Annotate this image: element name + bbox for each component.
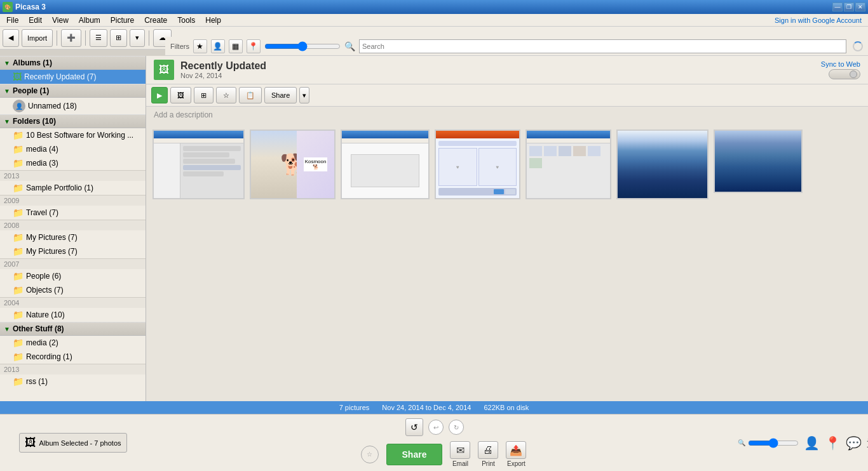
folder-icon: 📁 bbox=[13, 183, 24, 193]
menu-album[interactable]: Album bbox=[74, 15, 105, 26]
albums-section-header[interactable]: ▼ Albums (1) bbox=[0, 56, 146, 70]
undo-button[interactable]: ↩ bbox=[428, 420, 444, 435]
loading-spinner bbox=[853, 41, 863, 51]
sidebar-item-unnamed[interactable]: 👤 Unnamed (18) bbox=[0, 98, 146, 114]
photo-tray-button[interactable]: 🖼 bbox=[170, 87, 191, 103]
location-icon[interactable]: 📍 bbox=[825, 433, 841, 453]
sidebar-item-mypictures1[interactable]: 📁 My Pictures (7) bbox=[0, 230, 146, 244]
sidebar-item-travel[interactable]: 📁 Travel (7) bbox=[0, 206, 146, 220]
people-section-header[interactable]: ▼ People (1) bbox=[0, 84, 146, 98]
sidebar-item-rss[interactable]: 📁 rss (1) bbox=[0, 375, 146, 388]
zoom-out-icon: 🔍 bbox=[738, 439, 745, 446]
other-stuff-section-header[interactable]: ▼ Other Stuff (8) bbox=[0, 322, 146, 336]
caption-icon[interactable]: 💬 bbox=[846, 433, 862, 453]
export-action-button[interactable]: 📤 Export bbox=[506, 441, 526, 467]
folder-icon: 📁 bbox=[13, 208, 24, 218]
sidebar-folder-label: My Pictures (7) bbox=[26, 233, 78, 242]
menu-tools[interactable]: Tools bbox=[172, 15, 200, 26]
sign-in-link[interactable]: Sign in with Google Account bbox=[775, 17, 867, 24]
grid-action-button[interactable]: ⊞ bbox=[194, 87, 214, 103]
folders-section-header[interactable]: ▼ Folders (10) bbox=[0, 114, 146, 128]
album-description[interactable]: Add a description bbox=[146, 107, 868, 123]
photo-thumb-3[interactable] bbox=[341, 129, 430, 199]
import-button[interactable]: Import bbox=[22, 29, 53, 47]
album-selected-badge[interactable]: 🖼 Album Selected - 7 photos bbox=[19, 433, 126, 453]
search-input[interactable] bbox=[359, 39, 846, 53]
email-icon: ✉ bbox=[450, 441, 470, 459]
sidebar-folder-label: Nature (10) bbox=[26, 310, 65, 319]
play-slideshow-button[interactable]: ▶ bbox=[151, 87, 168, 103]
sidebar-item-media2[interactable]: 📁 media (2) bbox=[0, 336, 146, 350]
person-filter[interactable]: 👤 bbox=[211, 39, 225, 53]
sidebar-item-mypictures2[interactable]: 📁 My Pictures (7) bbox=[0, 244, 146, 258]
photo-thumb-6[interactable] bbox=[616, 129, 709, 199]
sidebar-item-objects[interactable]: 📁 Objects (7) bbox=[0, 283, 146, 297]
restore-button[interactable]: ❐ bbox=[844, 3, 854, 11]
email-action-button[interactable]: ✉ Email bbox=[450, 441, 470, 467]
albums-header-label: Albums (1) bbox=[13, 58, 52, 67]
sidebar-item-recently-updated[interactable]: 🖼 Recently Updated (7) bbox=[0, 70, 146, 84]
menu-picture[interactable]: Picture bbox=[105, 15, 139, 26]
face-tag-icon[interactable]: 👤 bbox=[804, 433, 820, 453]
add-photo-button[interactable]: ➕ bbox=[61, 29, 81, 47]
bottom-toolbar: 🖼 Album Selected - 7 photos ↺ ↩ ↻ ☆ Shar… bbox=[0, 414, 868, 471]
other-stuff-arrow: ▼ bbox=[4, 326, 10, 333]
other-stuff-header-label: Other Stuff (8) bbox=[13, 324, 64, 333]
main-layout: ▼ Albums (1) 🖼 Recently Updated (7) ▼ Pe… bbox=[0, 56, 868, 414]
menu-help[interactable]: Help bbox=[200, 15, 226, 26]
star-rate-button[interactable]: ☆ bbox=[361, 446, 379, 463]
sidebar-folder-label: media (2) bbox=[26, 338, 58, 347]
pin-filter[interactable]: 📍 bbox=[247, 39, 261, 53]
album-icon: 🖼 bbox=[13, 72, 22, 82]
people-header-label: People (1) bbox=[13, 86, 49, 95]
view-dropdown-button[interactable]: ▾ bbox=[130, 29, 145, 47]
share-button-large[interactable]: Share bbox=[386, 444, 443, 465]
sidebar-item-media4[interactable]: 📁 media (4) bbox=[0, 142, 146, 156]
folder-icon: 📁 bbox=[13, 338, 24, 348]
photo-thumb-5[interactable] bbox=[526, 129, 611, 199]
menu-file[interactable]: File bbox=[1, 15, 24, 26]
sidebar-item-nature[interactable]: 📁 Nature (10) bbox=[0, 308, 146, 322]
star-button[interactable]: ☆ bbox=[216, 87, 236, 103]
toolbar-separator-2 bbox=[85, 30, 86, 46]
share-dropdown-button[interactable]: ▾ bbox=[299, 87, 309, 103]
print-action-button[interactable]: 🖨 Print bbox=[478, 441, 498, 467]
print-icon: 🖨 bbox=[478, 441, 498, 459]
sidebar-item-10best[interactable]: 📁 10 Best Software for Working ... bbox=[0, 128, 146, 142]
sidebar-item-recording[interactable]: 📁 Recording (1) bbox=[0, 350, 146, 364]
sidebar-album-label: Recently Updated (7) bbox=[24, 72, 96, 81]
sidebar-item-people[interactable]: 📁 People (6) bbox=[0, 269, 146, 283]
folders-header-label: Folders (10) bbox=[13, 117, 56, 126]
zoom-slider[interactable] bbox=[748, 438, 799, 448]
sync-toggle-button[interactable] bbox=[829, 69, 860, 79]
star-filter[interactable]: ★ bbox=[193, 39, 207, 53]
print-button[interactable]: 📋 bbox=[239, 87, 262, 103]
zoom-slider-container: 🔍 bbox=[738, 438, 799, 448]
photo-thumb-7[interactable] bbox=[714, 129, 803, 193]
export-label: Export bbox=[507, 460, 526, 467]
redo-button[interactable]: ↻ bbox=[449, 420, 464, 435]
close-button[interactable]: ✕ bbox=[855, 3, 865, 11]
menu-view[interactable]: View bbox=[47, 15, 74, 26]
list-view-button[interactable]: ☰ bbox=[90, 29, 107, 47]
minimize-button[interactable]: — bbox=[832, 3, 843, 11]
sidebar-folder-label: Recording (1) bbox=[26, 352, 72, 361]
sidebar-person-label: Unnamed (18) bbox=[28, 102, 77, 110]
menu-edit[interactable]: Edit bbox=[24, 15, 47, 26]
sidebar-folder-label: 10 Best Software for Working ... bbox=[26, 131, 133, 140]
photo-thumb-1[interactable] bbox=[153, 129, 245, 199]
share-action-button[interactable]: Share bbox=[264, 87, 297, 103]
grid-view-button[interactable]: ⊞ bbox=[110, 29, 127, 47]
rotate-ccw-button[interactable]: ↺ bbox=[405, 418, 423, 436]
sidebar-item-media3[interactable]: 📁 media (3) bbox=[0, 156, 146, 170]
sidebar-item-sample-portfolio[interactable]: 📁 Sample Portfolio (1) bbox=[0, 181, 146, 195]
menu-create[interactable]: Create bbox=[139, 15, 172, 26]
back-button[interactable]: ◀ bbox=[3, 29, 19, 47]
sync-to-web-label[interactable]: Sync to Web bbox=[821, 60, 860, 68]
photo-thumb-4[interactable]: ♥ ♥ bbox=[435, 129, 520, 199]
folder-icon: 📁 bbox=[13, 376, 24, 387]
folder-icon: 📁 bbox=[13, 352, 24, 362]
grid-filter[interactable]: ▦ bbox=[229, 39, 243, 53]
photo-thumb-2[interactable]: 🐕 Kosmoon🐕 bbox=[250, 129, 336, 199]
filter-slider[interactable] bbox=[264, 41, 341, 51]
